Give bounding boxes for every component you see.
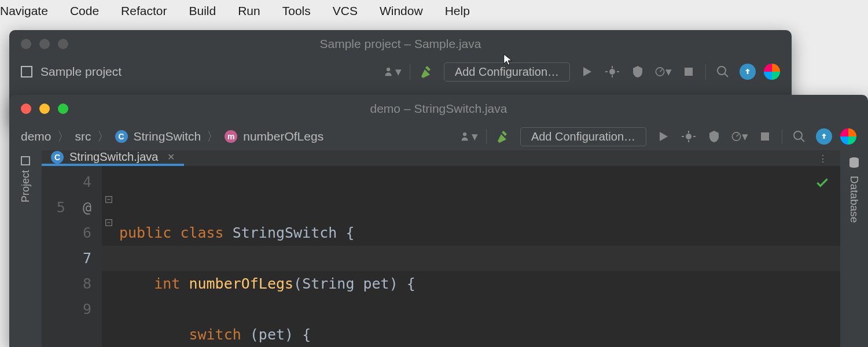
toolbar: demo〉 src〉 C StringSwitch〉 m numberOfLeg… bbox=[9, 123, 868, 150]
crumb-method[interactable]: numberOfLegs bbox=[243, 130, 323, 143]
database-icon[interactable] bbox=[847, 156, 861, 170]
build-hammer-icon[interactable] bbox=[418, 63, 436, 80]
minimize-icon[interactable] bbox=[39, 39, 50, 49]
crumb-class[interactable]: StringSwitch bbox=[134, 130, 201, 143]
tab-overflow-icon[interactable]: ⋮ bbox=[818, 153, 829, 164]
ide-logo-icon[interactable] bbox=[764, 64, 780, 80]
class-icon: C bbox=[115, 130, 128, 143]
menu-run[interactable]: Run bbox=[238, 4, 260, 18]
coverage-icon[interactable] bbox=[629, 63, 646, 80]
method-icon: m bbox=[225, 130, 237, 143]
code-editor[interactable]: 4 5 @ 6 7 8 9 public class StringSwitch … bbox=[42, 166, 840, 347]
override-gutter-icon[interactable]: @ bbox=[83, 199, 91, 216]
project-icon bbox=[21, 66, 32, 77]
menu-navigate[interactable]: Navigate bbox=[0, 4, 48, 18]
titlebar[interactable]: Sample project – Sample.java bbox=[9, 30, 792, 58]
close-icon[interactable] bbox=[21, 104, 31, 114]
coverage-icon[interactable] bbox=[705, 128, 723, 145]
stop-icon[interactable] bbox=[680, 63, 697, 80]
system-menubar: Navigate Code Refactor Build Run Tools V… bbox=[0, 0, 868, 22]
window-title: demo – StringSwitch.java bbox=[370, 102, 507, 116]
crumb-src[interactable]: src bbox=[75, 130, 91, 143]
database-tool-label[interactable]: Database bbox=[848, 176, 860, 223]
maximize-icon[interactable] bbox=[58, 39, 68, 49]
crumb-project[interactable]: demo bbox=[21, 130, 52, 143]
traffic-lights bbox=[21, 104, 68, 114]
profiler-icon[interactable]: ▾ bbox=[731, 128, 748, 145]
menu-build[interactable]: Build bbox=[189, 4, 216, 18]
line-number: 9 bbox=[42, 297, 91, 322]
add-configuration-button[interactable]: Add Configuration… bbox=[520, 127, 646, 146]
line-number-current: 7 bbox=[42, 246, 91, 271]
line-number: 5 bbox=[57, 199, 65, 216]
editor-tabs: C StringSwitch.java ✕ ⋮ bbox=[42, 150, 840, 166]
ide-logo-icon[interactable] bbox=[840, 128, 856, 145]
debug-icon[interactable] bbox=[604, 63, 621, 80]
inspection-ok-icon[interactable] bbox=[815, 173, 830, 198]
window-demo: demo – StringSwitch.java demo〉 src〉 C St… bbox=[9, 95, 868, 347]
project-name[interactable]: Sample project bbox=[41, 65, 122, 79]
window-title: Sample project – Sample.java bbox=[320, 37, 481, 51]
line-number: 8 bbox=[42, 271, 91, 297]
svg-rect-3 bbox=[685, 68, 693, 76]
code-body[interactable]: public class StringSwitch { int numberOf… bbox=[102, 166, 840, 347]
run-icon[interactable] bbox=[654, 128, 672, 145]
menu-window[interactable]: Window bbox=[380, 4, 423, 18]
svg-point-1 bbox=[609, 69, 615, 75]
svg-rect-8 bbox=[761, 132, 769, 141]
editor-area: Project C StringSwitch.java ✕ ⋮ 4 5 @ 6 … bbox=[9, 150, 868, 347]
project-tool-icon[interactable] bbox=[21, 156, 30, 165]
class-icon: C bbox=[51, 151, 64, 164]
profiler-icon[interactable]: ▾ bbox=[654, 63, 672, 80]
run-icon[interactable] bbox=[578, 63, 595, 80]
menu-refactor[interactable]: Refactor bbox=[121, 4, 167, 18]
close-tab-icon[interactable]: ✕ bbox=[167, 152, 175, 163]
menu-help[interactable]: Help bbox=[445, 4, 470, 18]
maximize-icon[interactable] bbox=[58, 104, 68, 114]
mouse-cursor-icon bbox=[502, 53, 515, 66]
menu-code[interactable]: Code bbox=[70, 4, 99, 18]
search-icon[interactable] bbox=[714, 63, 731, 80]
project-tool-label[interactable]: Project bbox=[20, 170, 32, 202]
toolbar: Sample project ▾ Add Configuration… ▾ bbox=[9, 58, 792, 86]
build-hammer-icon[interactable] bbox=[495, 128, 512, 145]
breadcrumb[interactable]: demo〉 src〉 C StringSwitch〉 m numberOfLeg… bbox=[21, 128, 323, 145]
svg-point-4 bbox=[718, 67, 726, 75]
menu-vcs[interactable]: VCS bbox=[333, 4, 358, 18]
line-number: 6 bbox=[42, 220, 91, 246]
user-icon[interactable]: ▾ bbox=[384, 63, 402, 80]
traffic-lights bbox=[21, 39, 68, 49]
tab-label: StringSwitch.java bbox=[69, 150, 158, 164]
line-number: 4 bbox=[42, 169, 91, 195]
vcs-update-icon[interactable] bbox=[816, 128, 832, 145]
gutter: 4 5 @ 6 7 8 9 bbox=[42, 166, 102, 347]
left-tool-rail: Project bbox=[9, 150, 42, 347]
stop-icon[interactable] bbox=[756, 128, 774, 145]
search-icon[interactable] bbox=[790, 128, 808, 145]
svg-point-6 bbox=[686, 134, 692, 139]
svg-point-0 bbox=[387, 68, 390, 71]
right-tool-rail: Database bbox=[840, 150, 868, 347]
close-icon[interactable] bbox=[21, 39, 31, 49]
tab-stringswitch[interactable]: C StringSwitch.java ✕ bbox=[42, 150, 184, 166]
debug-icon[interactable] bbox=[680, 128, 697, 145]
titlebar[interactable]: demo – StringSwitch.java bbox=[9, 95, 868, 123]
vcs-update-icon[interactable] bbox=[740, 64, 756, 80]
user-icon[interactable]: ▾ bbox=[461, 128, 478, 145]
svg-point-9 bbox=[794, 131, 802, 139]
minimize-icon[interactable] bbox=[39, 104, 50, 114]
menu-tools[interactable]: Tools bbox=[282, 4, 311, 18]
svg-point-5 bbox=[463, 132, 466, 136]
